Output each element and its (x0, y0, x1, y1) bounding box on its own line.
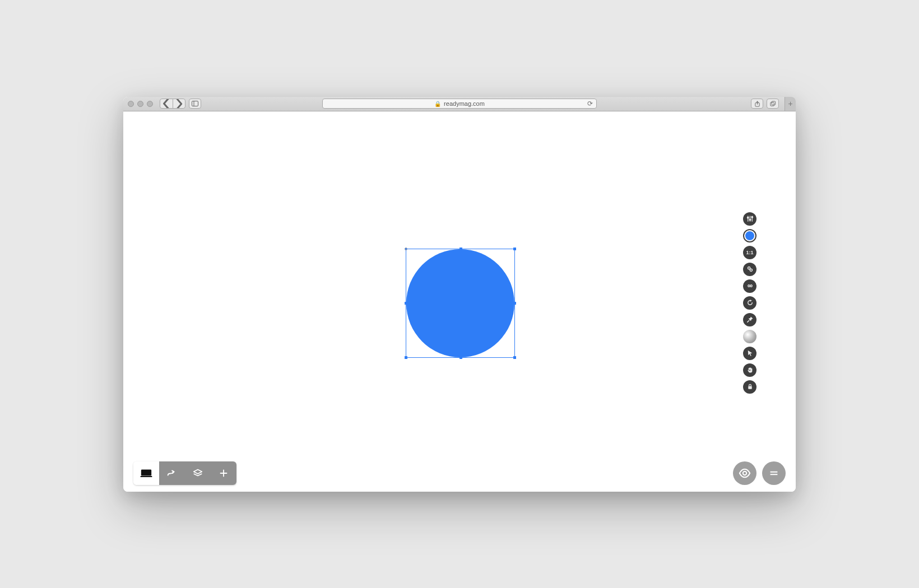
svg-rect-16 (140, 476, 152, 477)
svg-point-9 (749, 219, 751, 221)
pin-tool[interactable] (743, 313, 756, 326)
nav-back-button[interactable] (160, 99, 173, 108)
svg-point-19 (743, 471, 746, 474)
svg-rect-15 (141, 469, 151, 475)
editor-canvas[interactable]: 1:1 (123, 111, 796, 492)
window-minimize-button[interactable] (137, 101, 143, 107)
resize-handle-tr[interactable] (513, 248, 516, 250)
resize-handle-ml[interactable] (405, 302, 407, 305)
reload-button[interactable]: ⟳ (587, 100, 593, 108)
bottom-right-controls (733, 461, 786, 485)
add-widget-tool[interactable] (211, 461, 236, 485)
svg-rect-0 (192, 101, 198, 106)
layers-tool[interactable] (185, 461, 211, 485)
window-zoom-button[interactable] (147, 101, 153, 107)
svg-line-13 (747, 320, 749, 322)
resize-handle-tc[interactable] (460, 248, 462, 250)
url-host: readymag.com (444, 100, 485, 107)
window-close-button[interactable] (128, 101, 134, 107)
svg-point-10 (751, 216, 753, 218)
resize-handle-bc[interactable] (460, 356, 462, 359)
opacity-tool[interactable] (743, 330, 756, 343)
responsive-flow-tool[interactable] (159, 461, 185, 485)
svg-point-12 (750, 269, 752, 271)
show-tabs-button[interactable] (767, 99, 779, 109)
svg-rect-3 (770, 102, 773, 105)
lock-tool[interactable] (743, 380, 756, 394)
resize-handle-br[interactable] (513, 356, 516, 359)
link-chain-tool[interactable] (743, 263, 756, 276)
rotate-tool[interactable] (743, 296, 756, 310)
share-button[interactable] (751, 99, 763, 109)
address-bar[interactable]: 🔒 readymag.com ⟳ (322, 99, 597, 109)
aspect-ratio-tool[interactable]: 1:1 (743, 246, 756, 259)
lock-icon: 🔒 (434, 101, 441, 107)
selection-bounding-box[interactable] (406, 249, 515, 358)
hand-tool[interactable] (743, 363, 756, 377)
svg-point-8 (747, 217, 749, 218)
bottom-left-toolbar (133, 461, 236, 485)
menu-button[interactable] (762, 461, 786, 485)
preview-button[interactable] (733, 461, 756, 485)
browser-toolbar: 🔒 readymag.com ⟳ + (123, 97, 796, 111)
new-tab-button[interactable]: + (785, 97, 796, 111)
show-sidebar-button[interactable] (189, 99, 201, 109)
settings-sliders-tool[interactable] (743, 212, 756, 226)
nav-forward-button[interactable] (173, 99, 185, 108)
window-traffic-lights (128, 101, 153, 107)
object-tool-strip: 1:1 (743, 212, 756, 394)
resize-handle-tl[interactable] (405, 248, 407, 250)
desktop-viewport-toggle[interactable] (133, 461, 159, 485)
svg-point-11 (748, 267, 750, 269)
svg-rect-4 (772, 101, 775, 104)
browser-window: 🔒 readymag.com ⟳ + (123, 97, 796, 492)
ellipse-shape[interactable] (406, 249, 514, 357)
aspect-ratio-label: 1:1 (746, 250, 753, 255)
cursor-tool[interactable] (743, 347, 756, 360)
resize-handle-bl[interactable] (405, 356, 407, 359)
resize-handle-mr[interactable] (513, 302, 516, 305)
fill-color-tool[interactable] (743, 229, 756, 242)
nav-back-forward (160, 99, 185, 109)
link-infinity-tool[interactable] (743, 279, 756, 293)
svg-rect-14 (748, 386, 752, 389)
